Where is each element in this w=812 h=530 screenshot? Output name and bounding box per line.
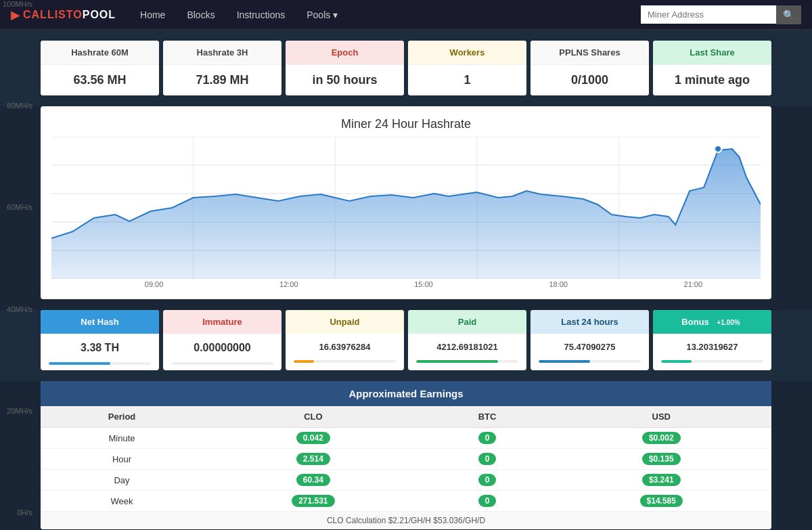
cell-usd: $3.241	[551, 470, 771, 491]
cell-btc: 0	[424, 428, 551, 449]
y-label-80: 80MH/s	[0, 102, 35, 110]
card-pplns: PPLNS Shares 0/1000	[531, 41, 649, 95]
card-hashrate3h: Hashrate 3H 71.89 MH	[163, 41, 281, 95]
cell-period: Hour	[41, 449, 203, 470]
stats-row-2: Net Hash 3.38 TH Immature 0.00000000 Unp…	[0, 310, 812, 381]
svg-point-11	[715, 146, 721, 152]
card-epoch-value: in 50 hours	[286, 65, 404, 95]
brand-pool: POOL	[83, 9, 116, 21]
card-paid-title: Paid	[408, 310, 526, 334]
card-last24: Last 24 hours 75.47090275	[531, 310, 649, 370]
card-last24-title: Last 24 hours	[531, 310, 649, 334]
card-lastshare: Last Share 1 minute ago	[653, 41, 771, 95]
card-immature-title: Immature	[163, 310, 281, 334]
cell-usd: $14.585	[551, 491, 771, 512]
x-label-09: 09:00	[145, 280, 164, 288]
nav-instructions[interactable]: Instructions	[229, 4, 294, 26]
table-row: Day 60.34 0 $3.241	[41, 470, 771, 491]
cell-period: Minute	[41, 428, 203, 449]
card-bonus-value: 13.20319627	[653, 334, 771, 360]
card-paid: Paid 4212.69181021	[408, 310, 526, 370]
table-row: Week 271.531 0 $14.585	[41, 491, 771, 512]
chart-y-labels: 100MH/s 80MH/s 60MH/s 40MH/s 20MH/s 0H/s	[0, 0, 35, 530]
card-hashrate60m-title: Hashrate 60M	[41, 41, 159, 65]
cell-clo: 0.042	[203, 428, 423, 449]
cell-clo: 271.531	[203, 491, 423, 512]
nav-pools[interactable]: Pools ▾	[298, 4, 346, 26]
col-btc: BTC	[424, 406, 551, 428]
table-row: Hour 2.514 0 $0.135	[41, 449, 771, 470]
card-nethash-title: Net Hash	[41, 310, 159, 334]
card-workers: Workers 1	[408, 41, 526, 95]
chart-x-labels: 09:00 12:00 15:00 18:00 21:00	[51, 280, 761, 288]
card-hashrate3h-value: 71.89 MH	[163, 65, 281, 95]
y-label-60: 60MH/s	[0, 203, 35, 211]
card-bonus: Bonus +1.00% 13.20319627	[653, 310, 771, 370]
cell-clo: 60.34	[203, 470, 423, 491]
card-workers-title: Workers	[408, 41, 526, 65]
stats-row-1: Hashrate 60M 63.56 MH Hashrate 3H 71.89 …	[0, 30, 812, 106]
earnings-footer: CLO Calculation $2.21/GH/H $53.036/GH/D	[41, 512, 771, 529]
search-input[interactable]	[641, 5, 776, 24]
card-nethash-value: 3.38 TH	[41, 334, 159, 362]
chevron-down-icon: ▾	[333, 9, 338, 20]
cell-btc: 0	[424, 449, 551, 470]
nav-home[interactable]: Home	[132, 4, 173, 26]
cell-period: Week	[41, 491, 203, 512]
hashrate-chart	[51, 137, 761, 279]
card-workers-value: 1	[408, 65, 526, 95]
card-epoch: Epoch in 50 hours	[286, 41, 404, 95]
card-epoch-title: Epoch	[286, 41, 404, 65]
table-row: Minute 0.042 0 $0.002	[41, 428, 771, 449]
card-unpaid-title: Unpaid	[286, 310, 404, 334]
card-hashrate60m-value: 63.56 MH	[41, 65, 159, 95]
card-immature-value: 0.00000000	[163, 334, 281, 362]
card-unpaid: Unpaid 16.63976284	[286, 310, 404, 370]
cell-period: Day	[41, 470, 203, 491]
card-unpaid-value: 16.63976284	[286, 334, 404, 360]
cell-btc: 0	[424, 470, 551, 491]
earnings-table: Period CLO BTC USD Minute 0.042 0 $0.002…	[41, 406, 771, 512]
x-label-12: 12:00	[279, 280, 298, 288]
earnings-header: Approximated Earnings	[41, 381, 771, 406]
x-label-15: 15:00	[414, 280, 433, 288]
card-bonus-title: Bonus +1.00%	[653, 310, 771, 334]
card-lastshare-value: 1 minute ago	[653, 65, 771, 95]
cell-clo: 2.514	[203, 449, 423, 470]
card-pplns-value: 0/1000	[531, 65, 649, 95]
navbar: ▶ CALLISTO POOL Home Blocks Instructions…	[0, 0, 812, 30]
card-immature: Immature 0.00000000	[163, 310, 281, 370]
nav-blocks[interactable]: Blocks	[179, 4, 223, 26]
y-label-20: 20MH/s	[0, 407, 35, 415]
card-nethash: Net Hash 3.38 TH	[41, 310, 159, 370]
card-last24-value: 75.47090275	[531, 334, 649, 360]
col-period: Period	[41, 406, 203, 428]
col-usd: USD	[551, 406, 771, 428]
cell-btc: 0	[424, 491, 551, 512]
chart-section: Miner 24 Hour Hashrate 100MH/s 80MH/s 60…	[41, 106, 771, 299]
nav-search: 🔍	[641, 5, 801, 24]
earnings-section: Approximated Earnings Period CLO BTC USD…	[41, 381, 771, 529]
card-hashrate60m: Hashrate 60M 63.56 MH	[41, 41, 159, 95]
y-label-0: 0H/s	[0, 508, 35, 516]
y-label-100: 100MH/s	[0, 0, 35, 8]
search-button[interactable]: 🔍	[776, 5, 801, 24]
y-label-40: 40MH/s	[0, 305, 35, 313]
bonus-badge: +1.00%	[714, 318, 742, 327]
col-clo: CLO	[203, 406, 423, 428]
card-paid-value: 4212.69181021	[408, 334, 526, 360]
cell-usd: $0.135	[551, 449, 771, 470]
card-pplns-title: PPLNS Shares	[531, 41, 649, 65]
x-label-21: 21:00	[684, 280, 703, 288]
x-label-18: 18:00	[549, 280, 568, 288]
card-lastshare-title: Last Share	[653, 41, 771, 65]
chart-title: Miner 24 Hour Hashrate	[51, 117, 761, 131]
nav-links: Home Blocks Instructions Pools ▾	[132, 4, 641, 26]
card-hashrate3h-title: Hashrate 3H	[163, 41, 281, 65]
cell-usd: $0.002	[551, 428, 771, 449]
